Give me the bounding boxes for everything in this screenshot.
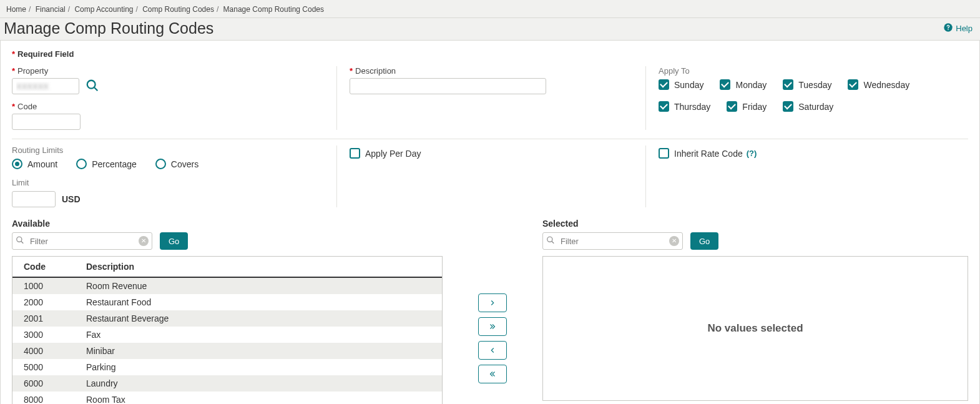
selected-filter-input[interactable] [542, 232, 683, 250]
breadcrumb-link[interactable]: Comp Accounting [74, 5, 133, 14]
code-label: *Code [12, 102, 324, 111]
day-checkbox-sunday[interactable]: Sunday [659, 79, 703, 90]
code-input[interactable] [12, 114, 81, 130]
move-all-right-button[interactable] [478, 317, 507, 336]
inherit-rate-code-checkbox[interactable]: Inherit Rate Code [659, 148, 743, 159]
page-title: Manage Comp Routing Codes [4, 19, 213, 37]
svg-point-6 [547, 237, 552, 242]
svg-point-2 [87, 80, 96, 88]
routing-limits-radios: AmountPercentageCovers [12, 159, 324, 169]
help-label: Help [956, 24, 973, 33]
clear-icon[interactable] [669, 236, 679, 246]
help-icon [943, 22, 953, 34]
available-table-box: Code Description 1000Room Revenue2000Res… [12, 256, 443, 404]
clear-icon[interactable] [139, 236, 149, 246]
selected-title: Selected [542, 219, 968, 229]
apply-to-label: Apply To [659, 66, 956, 76]
move-all-left-button[interactable] [478, 365, 507, 383]
routing-limit-radio-covers[interactable]: Covers [155, 159, 198, 169]
col-description: Description [75, 257, 442, 277]
routing-limit-radio-percentage[interactable]: Percentage [76, 159, 137, 169]
section-header-fields: *Property *Code *Description Apply To Su… [12, 66, 968, 139]
selected-go-button[interactable]: Go [690, 232, 718, 250]
apply-per-day-checkbox[interactable]: Apply Per Day [350, 148, 633, 159]
svg-line-7 [552, 241, 554, 244]
day-checkbox-tuesday[interactable]: Tuesday [783, 79, 831, 90]
table-row[interactable]: 6000Laundry [12, 375, 442, 392]
svg-point-4 [17, 237, 22, 242]
help-link[interactable]: Help [943, 22, 973, 34]
required-legend: *Required Field [12, 49, 968, 59]
no-values-text: No values selected [707, 322, 803, 335]
breadcrumb-current: Manage Comp Routing Codes [223, 5, 324, 14]
limit-label: Limit [12, 178, 324, 187]
search-icon [16, 236, 24, 247]
day-checkbox-saturday[interactable]: Saturday [783, 101, 833, 112]
table-row[interactable]: 8000Room Tax [12, 392, 442, 404]
table-row[interactable]: 1000Room Revenue [12, 277, 442, 294]
svg-point-1 [948, 29, 949, 31]
available-panel: Available Go Code Description [12, 219, 443, 404]
day-checkbox-thursday[interactable]: Thursday [659, 101, 710, 112]
section-routing: Routing Limits AmountPercentageCovers Li… [12, 145, 968, 207]
breadcrumb-link[interactable]: Financial [36, 5, 66, 14]
available-filter [12, 232, 152, 250]
svg-line-5 [21, 241, 24, 244]
day-checkbox-monday[interactable]: Monday [720, 79, 767, 90]
move-right-button[interactable] [478, 293, 507, 312]
routing-limits-label: Routing Limits [12, 145, 324, 155]
shuttle-controls [443, 219, 542, 404]
col-code: Code [12, 257, 75, 277]
shuttle: Available Go Code Description [12, 219, 968, 404]
search-icon [546, 236, 555, 247]
available-table: Code Description 1000Room Revenue2000Res… [12, 257, 442, 404]
table-row[interactable]: 5000Parking [12, 359, 442, 375]
available-filter-input[interactable] [12, 232, 152, 250]
table-row[interactable]: 3000Fax [12, 327, 442, 343]
limit-currency: USD [62, 194, 81, 204]
day-checkbox-wednesday[interactable]: Wednesday [848, 79, 909, 90]
breadcrumb: Home/ Financial/ Comp Accounting/ Comp R… [0, 0, 980, 17]
title-bar: Manage Comp Routing Codes Help [0, 17, 980, 41]
selected-panel: Selected Go No values selected [542, 219, 968, 404]
table-row[interactable]: 2000Restaurant Food [12, 294, 442, 310]
selected-filter [542, 232, 683, 250]
inherit-help-icon[interactable]: (?) [743, 149, 757, 158]
table-row[interactable]: 4000Minibar [12, 343, 442, 359]
available-go-button[interactable]: Go [160, 232, 188, 250]
svg-line-3 [94, 87, 98, 91]
description-input[interactable] [350, 78, 546, 94]
main-form: *Required Field *Property *Code *Descrip… [0, 41, 980, 404]
breadcrumb-link[interactable]: Comp Routing Codes [142, 5, 214, 14]
property-input[interactable] [12, 78, 79, 94]
apply-to-days: SundayMondayTuesdayWednesdayThursdayFrid… [659, 79, 956, 112]
move-left-button[interactable] [478, 341, 507, 360]
selected-box: No values selected [542, 256, 968, 401]
property-label: *Property [12, 66, 324, 76]
search-icon[interactable] [86, 79, 99, 94]
breadcrumb-link[interactable]: Home [6, 5, 26, 14]
description-label: *Description [350, 66, 633, 76]
day-checkbox-friday[interactable]: Friday [727, 101, 767, 112]
table-row[interactable]: 2001Restaurant Beverage [12, 310, 442, 327]
available-title: Available [12, 219, 443, 229]
routing-limit-radio-amount[interactable]: Amount [12, 159, 57, 169]
limit-input[interactable] [12, 191, 56, 207]
